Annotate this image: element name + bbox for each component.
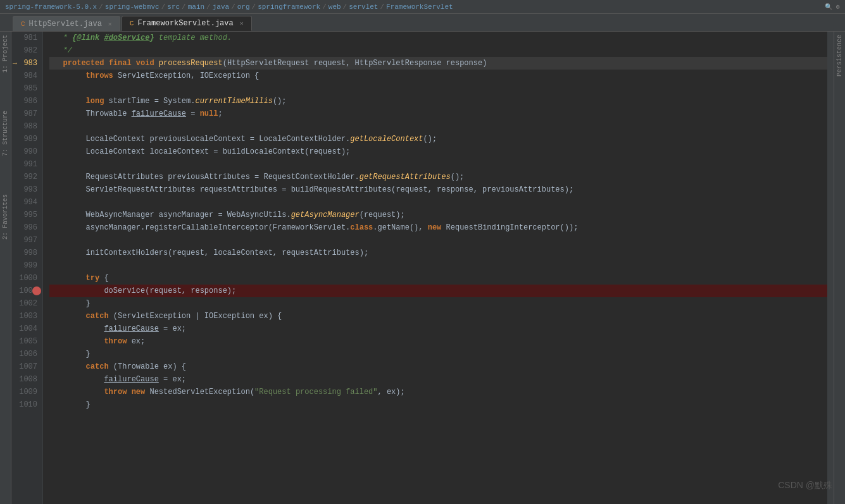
breadcrumb-item[interactable]: FrameworkServlet — [386, 3, 453, 11]
line-1002: 1002 — [11, 297, 37, 310]
code-line-997 — [49, 234, 827, 247]
breadcrumb-item[interactable]: spring-framework-5.0.x — [5, 3, 97, 11]
close-icon[interactable]: ✕ — [108, 20, 112, 28]
right-panels: Persistence — [834, 32, 845, 504]
code-line-986: long startTime = System.currentTimeMilli… — [49, 95, 827, 108]
code-line-1002: } — [49, 297, 827, 310]
editor-area: 1: Project 7: Structure 2: Favorites 981… — [0, 32, 845, 504]
line-997: 997 — [11, 234, 37, 247]
line-982: 982 — [11, 44, 37, 57]
line-998: 998 — [11, 247, 37, 259]
breadcrumb-item[interactable]: servlet — [349, 3, 378, 11]
panel-label-favorites[interactable]: 2: Favorites — [2, 194, 9, 240]
line-988: 988 — [11, 120, 37, 133]
code-line-995: WebAsyncManager asyncManager = WebAsyncU… — [49, 209, 827, 221]
line-1006: 1006 — [11, 348, 37, 360]
scrollbar[interactable] — [827, 32, 834, 504]
code-line-1001: doService(request, response); — [49, 285, 827, 297]
close-icon[interactable]: ✕ — [240, 20, 244, 27]
breadcrumb-item[interactable]: src — [167, 3, 180, 11]
code-line-988 — [49, 120, 827, 133]
code-line-989: LocaleContext previousLocaleContext = Lo… — [49, 133, 827, 145]
code-line-1003: catch (ServletException | IOException ex… — [49, 310, 827, 323]
code-line-990: LocaleContext localeContext = buildLocal… — [49, 145, 827, 158]
line-989: 989 — [11, 133, 37, 145]
code-line-982: */ — [49, 44, 827, 57]
breadcrumb-item[interactable]: org — [237, 3, 250, 11]
line-994: 994 — [11, 196, 37, 209]
line-995: 995 — [11, 209, 37, 221]
line-996: 996 — [11, 221, 37, 234]
tab-bar: C HttpServlet.java ✕ C FrameworkServlet.… — [0, 14, 845, 32]
code-line-1009: throw new NestedServletException("Reques… — [49, 386, 827, 398]
line-999: 999 — [11, 259, 37, 272]
line-984: 984 — [11, 70, 37, 82]
line-993: 993 — [11, 183, 37, 196]
watermark: CSDN @默殊 — [778, 480, 832, 491]
code-content[interactable]: * {@link #doService} template method. */… — [43, 32, 827, 504]
tab-label: FrameworkServlet.java — [137, 19, 233, 28]
panel-label-persistence[interactable]: Persistence — [836, 35, 843, 77]
code-line-991 — [49, 158, 827, 171]
code-line-1005: throw ex; — [49, 335, 827, 348]
code-line-987: Throwable failureCause = null; — [49, 108, 827, 120]
code-line-1006: } — [49, 348, 827, 360]
code-editor[interactable]: 981 982 983 984 985 986 987 988 989 990 … — [11, 32, 834, 504]
code-line-985 — [49, 82, 827, 95]
line-981: 981 — [11, 32, 37, 44]
panel-label-project[interactable]: 1: Project — [2, 35, 9, 73]
panel-label-structure[interactable]: 7: Structure — [2, 111, 9, 156]
tab-label: HttpServlet.java — [29, 20, 102, 28]
tab-httpservlet[interactable]: C HttpServlet.java ✕ — [13, 16, 120, 31]
line-992: 992 — [11, 171, 37, 183]
line-1008: 1008 — [11, 373, 37, 386]
line-991: 991 — [11, 158, 37, 171]
line-1000: 1000 — [11, 272, 37, 285]
line-990: 990 — [11, 145, 37, 158]
line-1001: 1001 — [11, 285, 37, 297]
breadcrumb-bar: spring-framework-5.0.x / spring-webmvc /… — [0, 0, 845, 14]
code-line-984: throws ServletException, IOException { — [49, 70, 827, 82]
breadcrumb-item[interactable]: spring-webmvc — [105, 3, 160, 11]
line-1007: 1007 — [11, 360, 37, 373]
breadcrumb-item[interactable]: main — [188, 3, 204, 11]
left-panels: 1: Project 7: Structure 2: Favorites — [0, 32, 11, 504]
line-1004: 1004 — [11, 323, 37, 335]
line-986: 986 — [11, 95, 37, 108]
code-line-1004: failureCause = ex; — [49, 323, 827, 335]
code-line-1010: } — [49, 398, 827, 411]
tab-frameworkservlet[interactable]: C FrameworkServlet.java ✕ — [122, 16, 252, 31]
line-987: 987 — [11, 108, 37, 120]
line-983: 983 — [11, 57, 37, 70]
code-line-992: RequestAttributes previousAttributes = R… — [49, 171, 827, 183]
line-1010: 1010 — [11, 398, 37, 411]
line-1003: 1003 — [11, 310, 37, 323]
code-line-998: initContextHolders(request, localeContex… — [49, 247, 827, 259]
line-985: 985 — [11, 82, 37, 95]
code-line-981: * {@link #doService} template method. — [49, 32, 827, 44]
line-1009: 1009 — [11, 386, 37, 398]
breadcrumb-item[interactable]: java — [213, 3, 229, 11]
code-line-993: ServletRequestAttributes requestAttribut… — [49, 183, 827, 196]
line-numbers: 981 982 983 984 985 986 987 988 989 990 … — [11, 32, 43, 504]
line-1005: 1005 — [11, 335, 37, 348]
breadcrumb-item[interactable]: springframework — [258, 3, 320, 11]
code-line-1008: failureCause = ex; — [49, 373, 827, 386]
code-line-996: asyncManager.registerCallableInterceptor… — [49, 221, 827, 234]
breadcrumb-item[interactable]: web — [329, 3, 341, 11]
code-line-1007: catch (Throwable ex) { — [49, 360, 827, 373]
breakpoint-icon — [32, 286, 41, 295]
code-line-1000: try { — [49, 272, 827, 285]
code-line-999 — [49, 259, 827, 272]
code-line-994 — [49, 196, 827, 209]
code-line-983: protected final void processRequest(Http… — [49, 57, 827, 70]
